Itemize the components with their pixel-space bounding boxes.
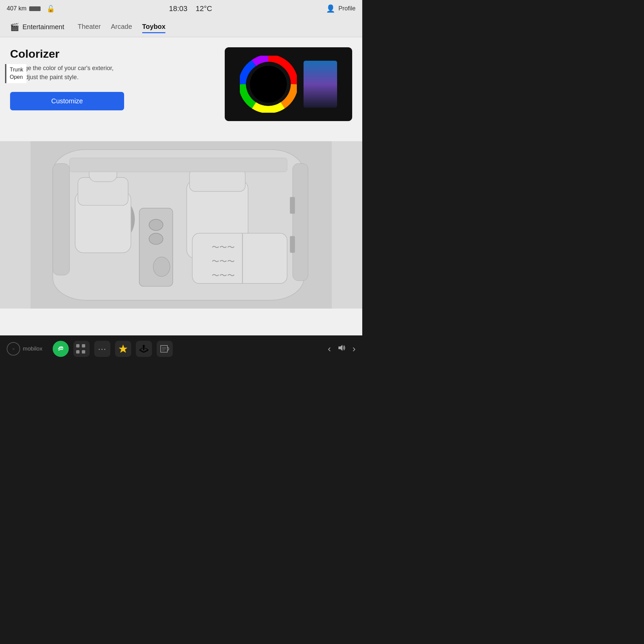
spotify-app[interactable] xyxy=(53,341,69,357)
status-left: 407 km 🔓 xyxy=(7,5,55,13)
color-wheel[interactable] xyxy=(240,56,297,113)
svg-rect-4 xyxy=(53,164,69,275)
colorizer-title: Colorizer xyxy=(10,47,218,60)
tab-toybox[interactable]: Toybox xyxy=(142,21,166,33)
content-panel: Colorizer Change the color of your car's… xyxy=(0,37,362,131)
svg-text:〜〜〜: 〜〜〜 xyxy=(212,271,235,280)
taskbar-logo: ○ mobilox xyxy=(7,342,43,356)
mobilox-circle-icon: ○ xyxy=(7,342,20,356)
nav-entertainment: 🎬 Entertainment xyxy=(10,23,64,32)
svg-point-29 xyxy=(56,344,65,353)
svg-text:〜〜〜: 〜〜〜 xyxy=(212,257,235,266)
status-right: 👤 Profile xyxy=(326,4,356,13)
trunk-indicator: Trunk Open xyxy=(5,64,26,83)
svg-rect-26 xyxy=(290,197,295,214)
svg-point-1 xyxy=(250,66,287,103)
nav-tabs: Theater Arcade Toybox xyxy=(78,21,166,33)
svg-rect-25 xyxy=(293,164,308,281)
svg-marker-32 xyxy=(167,347,169,351)
volume-button[interactable] xyxy=(337,344,346,354)
profile-label: Profile xyxy=(338,5,356,12)
svg-marker-36 xyxy=(338,345,342,351)
svg-text:〜〜〜: 〜〜〜 xyxy=(212,243,235,252)
distance-label: 407 km xyxy=(7,5,26,12)
colorizer-panel: Colorizer Change the color of your car's… xyxy=(10,47,225,121)
svg-rect-28 xyxy=(69,158,287,172)
entertainment-icon: 🎬 xyxy=(10,23,19,32)
svg-rect-19 xyxy=(190,169,245,192)
svg-point-17 xyxy=(153,257,170,276)
entertainment-label[interactable]: Entertainment xyxy=(22,23,64,31)
taskbar: ○ mobilox ··· 🕹 xyxy=(0,335,362,362)
svg-point-16 xyxy=(149,233,163,244)
svg-rect-27 xyxy=(290,236,295,253)
profile-icon: 👤 xyxy=(326,4,335,13)
tab-theater[interactable]: Theater xyxy=(78,21,101,33)
taskbar-controls: ‹ › xyxy=(328,343,356,354)
car-interior: 〜〜〜 〜〜〜 〜〜〜 xyxy=(0,141,362,309)
grid-app[interactable] xyxy=(73,341,90,357)
prev-button[interactable]: ‹ xyxy=(328,343,331,354)
main-content: 🎬 Entertainment Theater Arcade Toybox Tr… xyxy=(0,17,362,335)
video-app[interactable] xyxy=(157,341,173,357)
svg-rect-20 xyxy=(192,233,287,283)
status-time: 18:03 12°C xyxy=(55,4,326,13)
next-button[interactable]: › xyxy=(353,343,356,354)
customize-button[interactable]: Customize xyxy=(10,92,124,110)
battery-icon xyxy=(29,6,41,11)
mobilox-label: mobilox xyxy=(23,345,43,352)
star-app[interactable] xyxy=(115,341,131,357)
joystick-app[interactable]: 🕹 xyxy=(136,341,152,357)
svg-marker-30 xyxy=(119,345,127,353)
color-picker-panel xyxy=(225,47,352,121)
dots-app[interactable]: ··· xyxy=(94,341,110,357)
nav-bar: 🎬 Entertainment Theater Arcade Toybox xyxy=(0,17,362,37)
status-bar: 407 km 🔓 18:03 12°C 👤 Profile xyxy=(0,0,362,17)
svg-point-15 xyxy=(149,219,163,230)
color-gradient-box[interactable] xyxy=(304,61,337,108)
lock-icon: 🔓 xyxy=(47,5,55,13)
tab-arcade[interactable]: Arcade xyxy=(111,21,132,33)
car-interior-svg: 〜〜〜 〜〜〜 〜〜〜 xyxy=(0,141,362,309)
taskbar-apps: ··· 🕹 xyxy=(53,341,173,357)
